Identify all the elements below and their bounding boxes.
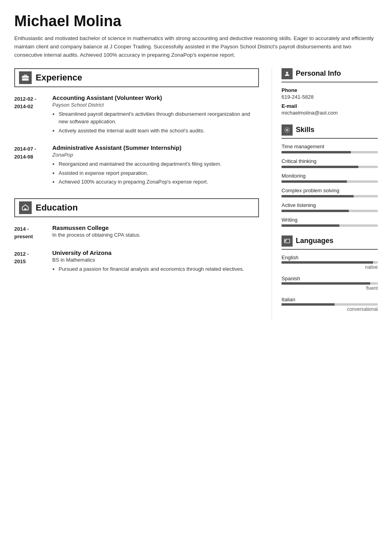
skill-bar-bg	[282, 195, 378, 197]
entry-dates: 2012-02 -2014-02	[14, 94, 46, 136]
skills-list: Time management Critical thinking Monito…	[282, 144, 378, 227]
lang-bar-bg	[282, 261, 378, 264]
skill-item: Complex problem solving	[282, 188, 378, 197]
entry-dates: 2012 -2015	[14, 249, 46, 274]
resume-body: Experience 2012-02 -2014-02 Accounting A…	[14, 68, 378, 321]
entry-bullets: Streamlined payroll department's activit…	[52, 110, 259, 135]
entry-content: Administrative Assistant (Summer Interns…	[52, 144, 259, 187]
entry-plain: In the process of obtaining CPA status.	[52, 232, 259, 238]
education-title: Education	[36, 203, 78, 213]
skill-bar-bg	[282, 210, 378, 212]
bullet: Reorganized and maintained the accountin…	[59, 160, 259, 168]
entry-title: Rasmussen College	[52, 224, 259, 231]
personal-info-section: Personal Info Phone 619-241-5828 E-mail …	[282, 68, 378, 116]
resume-name: Michael Molina	[14, 13, 378, 30]
entry-subtitle: Payson School District	[52, 102, 259, 108]
skill-bar-bg	[282, 151, 378, 153]
lang-bar-fill	[282, 261, 373, 264]
lang-level: native	[282, 264, 378, 270]
skill-name: Monitoring	[282, 173, 378, 179]
bullet: Streamlined payroll department's activit…	[59, 110, 259, 126]
experience-entry: 2014-07 -2014-08 Administrative Assistan…	[14, 144, 259, 187]
entry-bullets: Pursued a passion for financial analysis…	[52, 265, 259, 273]
skill-bar-bg	[282, 224, 378, 227]
bullet: Pursued a passion for financial analysis…	[59, 265, 259, 273]
lang-bar-bg	[282, 282, 378, 285]
education-icon	[19, 201, 32, 214]
bullet: Achieved 100% accuracy in preparing Zona…	[59, 178, 259, 186]
email-label: E-mail	[282, 103, 378, 109]
skills-icon	[282, 124, 293, 136]
skill-name: Critical thinking	[282, 158, 378, 164]
lang-name: Spanish	[282, 276, 378, 281]
education-entry: 2012 -2015 University of Arizona BS in M…	[14, 249, 259, 274]
entry-content: University of Arizona BS in Mathematics …	[52, 249, 259, 274]
entry-content: Rasmussen College In the process of obta…	[52, 224, 259, 241]
language-item: Italian conversational	[282, 297, 378, 312]
experience-section: Experience 2012-02 -2014-02 Accounting A…	[14, 68, 259, 187]
lang-name: English	[282, 255, 378, 260]
skills-section: Skills Time management Critical thinking…	[282, 124, 378, 227]
skill-name: Active listening	[282, 202, 378, 208]
skill-item: Writing	[282, 217, 378, 227]
lang-bar-fill	[282, 303, 335, 306]
skills-header: Skills	[282, 124, 378, 139]
skill-item: Monitoring	[282, 173, 378, 183]
skill-name: Complex problem solving	[282, 188, 378, 193]
svg-point-6	[286, 71, 288, 73]
skill-bar-bg	[282, 166, 378, 168]
skill-name: Writing	[282, 217, 378, 223]
entry-title: University of Arizona	[52, 249, 259, 256]
skill-bar-fill	[282, 151, 351, 153]
experience-section-header: Experience	[14, 68, 259, 87]
experience-entry: 2012-02 -2014-02 Accounting Assistant (V…	[14, 94, 259, 136]
skills-title: Skills	[296, 126, 314, 134]
side-column: Personal Info Phone 619-241-5828 E-mail …	[272, 68, 378, 321]
entry-title: Administrative Assistant (Summer Interns…	[52, 144, 259, 151]
languages-icon	[282, 235, 293, 247]
svg-point-7	[286, 129, 288, 131]
svg-rect-2	[24, 75, 27, 76]
skill-bar-fill	[282, 210, 349, 212]
skill-item: Active listening	[282, 202, 378, 212]
personal-info-icon	[282, 68, 293, 79]
phone-label: Phone	[282, 87, 378, 93]
languages-title: Languages	[296, 237, 333, 245]
bullet: Assisted in expense report preparation.	[59, 169, 259, 177]
languages-list: English native Spanish fluent Italian co…	[282, 255, 378, 312]
phone-value: 619-241-5828	[282, 94, 378, 100]
skill-item: Critical thinking	[282, 158, 378, 168]
education-section: Education 2014 -present Rasmussen Colleg…	[14, 198, 259, 274]
lang-name: Italian	[282, 297, 378, 302]
experience-entries: 2012-02 -2014-02 Accounting Assistant (V…	[14, 94, 259, 187]
skill-bar-bg	[282, 180, 378, 183]
lang-bar-bg	[282, 303, 378, 306]
entry-content: Accounting Assistant (Volunteer Work) Pa…	[52, 94, 259, 136]
languages-section: Languages English native Spanish fluent …	[282, 235, 378, 312]
email-value: michaelmolina@aol.com	[282, 110, 378, 116]
entry-plain: BS in Mathematics	[52, 257, 259, 263]
resume-summary: Enthusiastic and motivated bachelor of s…	[14, 34, 378, 59]
experience-icon	[19, 71, 32, 84]
lang-bar-fill	[282, 282, 370, 285]
entry-subtitle: ZonaPop	[52, 152, 259, 158]
skill-bar-fill	[282, 180, 347, 183]
lang-level: fluent	[282, 285, 378, 291]
personal-info-title: Personal Info	[296, 69, 341, 78]
language-item: Spanish fluent	[282, 276, 378, 291]
svg-rect-8	[284, 239, 289, 243]
experience-title: Experience	[36, 73, 82, 83]
entry-title: Accounting Assistant (Volunteer Work)	[52, 94, 259, 101]
education-section-header: Education	[14, 198, 259, 217]
entry-dates: 2014-07 -2014-08	[14, 144, 46, 187]
entry-bullets: Reorganized and maintained the accountin…	[52, 160, 259, 186]
education-entry: 2014 -present Rasmussen College In the p…	[14, 224, 259, 241]
skill-item: Time management	[282, 144, 378, 153]
skill-bar-fill	[282, 195, 354, 197]
skill-bar-fill	[282, 224, 339, 227]
main-column: Experience 2012-02 -2014-02 Accounting A…	[14, 68, 272, 321]
skill-bar-fill	[282, 166, 358, 168]
lang-level: conversational	[282, 306, 378, 312]
entry-dates: 2014 -present	[14, 224, 46, 241]
personal-info-header: Personal Info	[282, 68, 378, 82]
